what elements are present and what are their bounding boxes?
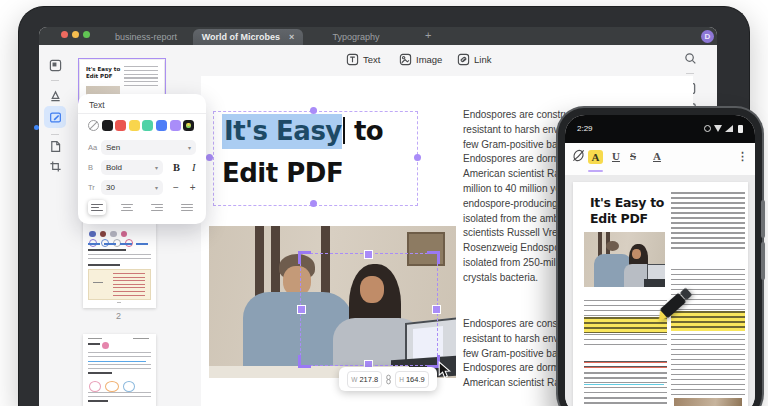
style-label: B — [88, 163, 101, 172]
underline-tool[interactable]: U — [612, 150, 620, 162]
page-thumbnail-2[interactable] — [83, 219, 156, 308]
thumb-text-skeleton — [88, 352, 151, 360]
font-style-select[interactable]: Bold▾ — [101, 160, 163, 175]
phone-highlighted-text — [584, 317, 667, 333]
rail-divider — [51, 134, 59, 135]
thumb-heading: Edit PDF — [86, 73, 120, 80]
align-left-button[interactable] — [88, 200, 106, 215]
highlight-tool[interactable]: A — [588, 150, 603, 164]
strikethrough-tool[interactable]: S — [630, 150, 636, 162]
size-tooltip: W 217.8 H 164.9 — [339, 367, 437, 391]
swatch-yellow[interactable] — [129, 120, 140, 131]
link-tool-button[interactable]: Link — [457, 51, 491, 67]
text-tool-label: Text — [363, 54, 380, 65]
image-crop-selection[interactable] — [300, 253, 438, 366]
zoom-window-button[interactable] — [83, 31, 90, 38]
selected-text[interactable]: It's Easy — [222, 114, 342, 149]
font-label: Aa — [88, 143, 101, 152]
phone-underlined-text — [584, 361, 667, 371]
font-row: Aa Sen▾ — [88, 140, 196, 155]
mouse-cursor — [438, 361, 451, 384]
link-tool-label: Link — [474, 54, 491, 65]
thumb-heading: It's Easy to — [86, 66, 120, 73]
heading-line2: Edit PDF — [222, 158, 343, 188]
align-right-button[interactable] — [148, 200, 166, 215]
phone-text-skeleton — [584, 387, 667, 406]
phone-highlighted-text — [671, 311, 745, 331]
tab-bar: business-report World of Microbes × Typo… — [39, 27, 717, 45]
close-tab-icon[interactable]: × — [289, 32, 294, 42]
minimize-window-button[interactable] — [72, 31, 79, 38]
resize-handle-top[interactable] — [310, 107, 317, 114]
text-tool-button[interactable]: Text — [346, 51, 380, 67]
crop-edge-handle[interactable] — [297, 305, 306, 314]
search-icon[interactable] — [679, 49, 701, 68]
phone-status-bar: 2:29 — [565, 115, 755, 143]
wifi-icon — [714, 125, 722, 132]
swatch-black[interactable] — [102, 120, 113, 131]
screenshot-stage: business-report World of Microbes × Typo… — [0, 0, 768, 406]
font-size-select[interactable]: 30▾ — [101, 180, 163, 195]
page-thumbnail-3[interactable] — [83, 334, 156, 406]
image-tool-label: Image — [416, 54, 442, 65]
width-field[interactable]: W 217.8 — [347, 371, 382, 388]
increase-size-button[interactable]: + — [190, 182, 196, 193]
link-dimensions-icon[interactable] — [385, 374, 392, 385]
crop-edge-handle[interactable] — [364, 250, 373, 259]
thumb-subhead — [88, 264, 120, 267]
crop-corner-handle[interactable] — [427, 251, 440, 264]
swatch-purple[interactable] — [170, 120, 181, 131]
crop-tool-icon[interactable] — [44, 157, 66, 176]
account-avatar[interactable]: D — [701, 30, 714, 43]
tab-typography[interactable]: Typography — [308, 29, 404, 45]
new-tab-button[interactable]: + — [425, 29, 431, 41]
tab-label: Typography — [332, 32, 379, 42]
tab-business-report[interactable]: business-report — [96, 29, 196, 45]
phone-text-skeleton — [671, 192, 745, 250]
heading-text-box[interactable]: It's Easy to Edit PDF — [213, 111, 418, 206]
swatch-red[interactable] — [115, 120, 126, 131]
phone-clock: 2:29 — [577, 124, 593, 133]
swatch-teal[interactable] — [142, 120, 153, 131]
swatch-blue[interactable] — [156, 120, 167, 131]
thumbnail-panel-icon[interactable] — [44, 56, 66, 75]
crop-corner-handle[interactable] — [298, 355, 311, 368]
phone-document-area: It's Easy to Edit PDF — [565, 175, 755, 406]
close-window-button[interactable] — [61, 31, 68, 38]
custom-color-picker[interactable] — [183, 120, 194, 131]
pen-tool-icon[interactable] — [571, 148, 586, 165]
active-tool-indicator — [588, 170, 603, 173]
resize-handle-left[interactable] — [206, 154, 213, 161]
image-tool-button[interactable]: Image — [399, 51, 442, 67]
size-row: Tr 30▾ − + — [88, 180, 196, 195]
overflow-menu-icon[interactable]: ⋮ — [737, 150, 748, 163]
font-family-select[interactable]: Sen▾ — [101, 140, 196, 155]
resize-handle-right[interactable] — [414, 154, 421, 161]
align-justify-button[interactable] — [178, 200, 196, 215]
crop-edge-handle[interactable] — [432, 305, 441, 314]
thumb-subhead — [88, 400, 108, 403]
width-value: 217.8 — [359, 375, 378, 384]
decrease-size-button[interactable]: − — [173, 182, 179, 193]
convert-page-icon[interactable] — [44, 137, 66, 156]
page-number-2: 2 — [116, 311, 121, 321]
phone-mockup: 2:29 A U S A ⋮ It's Easy — [558, 108, 762, 406]
height-field[interactable]: H 164.9 — [395, 371, 428, 388]
alarm-icon — [704, 125, 711, 132]
italic-button[interactable]: I — [192, 162, 196, 173]
color-wheel-icon[interactable] — [88, 120, 99, 131]
annotate-tool-icon[interactable] — [44, 87, 66, 106]
font-color-tool[interactable]: A — [653, 150, 661, 162]
signal-icon — [725, 125, 733, 132]
tab-world-of-microbes[interactable]: World of Microbes × — [193, 29, 303, 45]
align-center-button[interactable] — [118, 200, 136, 215]
bold-button[interactable]: B — [173, 162, 180, 173]
phone-power-button — [761, 242, 765, 280]
edit-tool-icon[interactable] — [44, 106, 66, 128]
panel-divider — [78, 113, 206, 114]
crop-corner-handle[interactable] — [298, 251, 311, 264]
thumb-table — [88, 269, 151, 300]
resize-handle-bottom[interactable] — [310, 200, 317, 207]
style-row: B Bold▾ B I — [88, 160, 196, 175]
size-label: Tr — [88, 183, 101, 192]
